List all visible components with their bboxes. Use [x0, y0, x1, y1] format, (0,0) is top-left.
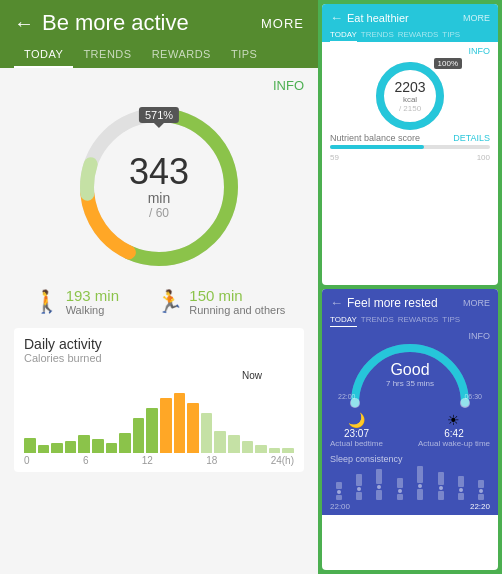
sleep-bar-group: [452, 476, 469, 500]
main-content: INFO 571% 343 min / 60: [0, 68, 318, 574]
header-top: ← Be more active MORE: [14, 10, 304, 36]
sleep-time-start: 22:00: [330, 502, 350, 511]
sleep-card-body: INFO Good 7 hrs 35 mins 22:00 06:30: [322, 327, 498, 515]
run-icon: 🏃: [156, 289, 183, 315]
eat-donut-value: 2203: [394, 79, 425, 95]
donut-unit: min: [148, 190, 171, 206]
eat-card-title: Eat healthier: [347, 12, 463, 24]
right-panel: ← Eat healthier MORE TODAY TRENDS REWARD…: [318, 0, 502, 574]
chart-title: Daily activity: [24, 336, 294, 352]
header: ← Be more active MORE TODAY TRENDS REWAR…: [0, 0, 318, 68]
sleep-arc-wrap: Good 7 hrs 35 mins 22:00 06:30: [330, 343, 490, 408]
nutrient-bar-track: [330, 145, 490, 149]
donut-value: 343: [129, 154, 189, 190]
sleep-time-range: 22:00 22:20: [330, 502, 490, 511]
sleep-back-icon[interactable]: ←: [330, 295, 343, 310]
sleep-card: ← Feel more rested MORE TODAY TRENDS REW…: [322, 289, 498, 570]
bar-chart-section: Daily activity Calories burned Now 0 6 1…: [14, 328, 304, 472]
bar-item: [174, 393, 186, 453]
eat-tab-rewards[interactable]: REWARDS: [398, 28, 439, 42]
nutrient-bar-fill: [330, 145, 424, 149]
bar-item: [78, 435, 90, 453]
run-info: 150 min Running and others: [189, 287, 285, 316]
sleep-bar-group: [350, 474, 367, 500]
walking-stat: 🚶 193 min Walking: [33, 287, 119, 316]
sleep-bar-group: [432, 472, 449, 500]
sleep-tab-trends[interactable]: TRENDS: [361, 313, 394, 327]
walk-label: Walking: [66, 304, 119, 316]
bar-item: [106, 443, 118, 453]
sleep-bar-group: [391, 478, 408, 500]
bar-item: [92, 439, 104, 453]
back-arrow-icon[interactable]: ←: [14, 12, 34, 35]
sleep-card-header: ← Feel more rested MORE TODAY TRENDS REW…: [322, 289, 498, 327]
run-label: Running and others: [189, 304, 285, 316]
donut-center: 343 min / 60: [129, 154, 189, 220]
tab-bar: TODAY TRENDS REWARDS TIPS: [14, 42, 304, 68]
chart-now-label: Now: [24, 370, 262, 381]
eat-donut-wrap: 100% 2203 kcal / 2150: [330, 58, 490, 133]
bar-chart: [24, 383, 294, 453]
eat-percent-badge: 100%: [434, 58, 462, 69]
walk-info: 193 min Walking: [66, 287, 119, 316]
tab-tips[interactable]: TIPS: [221, 42, 267, 68]
info-row: INFO: [14, 78, 304, 93]
stats-row: 🚶 193 min Walking 🏃 150 min Running and …: [14, 287, 304, 316]
more-button[interactable]: MORE: [261, 16, 304, 31]
sleep-quality: Good: [386, 361, 434, 379]
chart-subtitle: Calories burned: [24, 352, 294, 364]
bar-item: [160, 398, 172, 453]
bar-item: [65, 441, 77, 453]
sleep-bar-group: [412, 466, 429, 500]
bar-item: [146, 408, 158, 453]
arc-start-label: 22:00: [338, 393, 356, 400]
x-label-6: 6: [83, 455, 89, 466]
x-label-0: 0: [24, 455, 30, 466]
eat-back-icon[interactable]: ←: [330, 10, 343, 25]
bar-item: [24, 438, 36, 453]
info-label[interactable]: INFO: [273, 78, 304, 93]
wakeup-value: 6:42: [418, 428, 490, 439]
eat-card-body: INFO 100% 2203 kcal / 2150 Nutrient bala…: [322, 42, 498, 166]
eat-tabs: TODAY TRENDS REWARDS TIPS: [330, 28, 490, 42]
wakeup-item: ☀ 6:42 Actual wake-up time: [418, 412, 490, 448]
tab-today[interactable]: TODAY: [14, 42, 73, 68]
nutrient-range-start: 59: [330, 153, 339, 162]
running-stat: 🏃 150 min Running and others: [156, 287, 285, 316]
bedtime-item: 🌙 23:07 Actual bedtime: [330, 412, 383, 448]
x-label-12: 12: [142, 455, 153, 466]
bar-item: [282, 448, 294, 453]
eat-tab-today[interactable]: TODAY: [330, 28, 357, 42]
activity-donut: 571% 343 min / 60: [69, 97, 249, 277]
sleep-consistency-label: Sleep consistency: [330, 454, 490, 464]
page-title: Be more active: [42, 10, 261, 36]
bedtime-icon: 🌙: [330, 412, 383, 428]
x-label-24: 24(h): [271, 455, 294, 466]
sleep-tab-tips[interactable]: TIPS: [442, 313, 460, 327]
sleep-more-button[interactable]: MORE: [463, 298, 490, 308]
tab-rewards[interactable]: REWARDS: [142, 42, 221, 68]
eat-tab-trends[interactable]: TRENDS: [361, 28, 394, 42]
bar-item: [133, 418, 145, 453]
sleep-title-row: ← Feel more rested MORE: [330, 295, 490, 310]
bar-item: [228, 435, 240, 453]
eat-card: ← Eat healthier MORE TODAY TRENDS REWARD…: [322, 4, 498, 285]
bedtime-value: 23:07: [330, 428, 383, 439]
tab-trends[interactable]: TRENDS: [73, 42, 141, 68]
eat-card-header: ← Eat healthier MORE TODAY TRENDS REWARD…: [322, 4, 498, 42]
run-value: 150 min: [189, 287, 285, 304]
x-label-18: 18: [206, 455, 217, 466]
eat-tab-tips[interactable]: TIPS: [442, 28, 460, 42]
eat-more-button[interactable]: MORE: [463, 13, 490, 23]
nutrient-details[interactable]: DETAILS: [453, 133, 490, 143]
sleep-bars: [330, 468, 490, 500]
arc-end-label: 06:30: [464, 393, 482, 400]
sleep-info-label[interactable]: INFO: [330, 331, 490, 341]
bar-item: [38, 445, 50, 453]
eat-info-label[interactable]: INFO: [330, 46, 490, 56]
eat-donut-unit: kcal: [394, 95, 425, 104]
sleep-tab-rewards[interactable]: REWARDS: [398, 313, 439, 327]
sleep-tab-today[interactable]: TODAY: [330, 313, 357, 327]
wakeup-label: Actual wake-up time: [418, 439, 490, 448]
bar-item: [242, 441, 254, 453]
